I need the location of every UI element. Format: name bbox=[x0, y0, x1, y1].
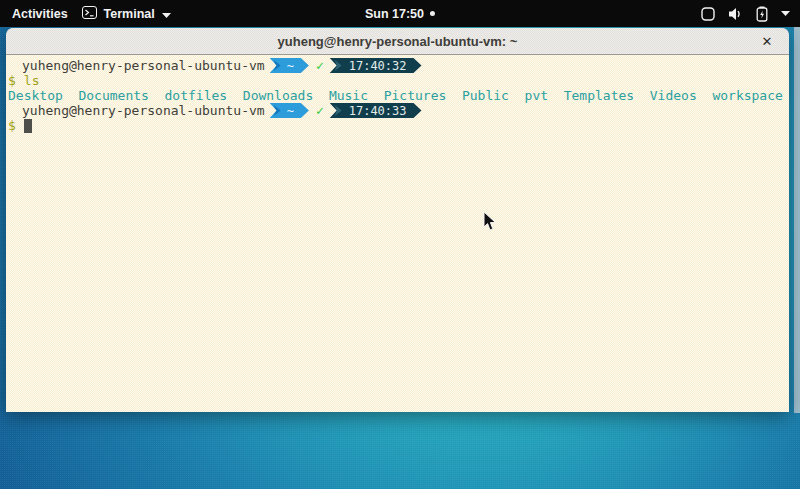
command-text: ls bbox=[24, 73, 40, 88]
screen-indicator-icon bbox=[701, 7, 715, 21]
clock-label: Sun 17:50 bbox=[365, 7, 424, 21]
prompt-time-segment: 17:40:32 bbox=[330, 58, 422, 73]
time-label: 17:40:33 bbox=[349, 104, 407, 118]
system-status-menu[interactable] bbox=[701, 0, 790, 27]
volume-icon bbox=[728, 7, 743, 21]
app-menu-terminal[interactable]: Terminal bbox=[82, 6, 171, 22]
prompt-line-1: yuheng@henry-personal-ubuntu-vm ~ ✓ 17:4… bbox=[8, 58, 789, 73]
terminal-icon bbox=[82, 6, 97, 22]
window-titlebar[interactable]: yuheng@henry-personal-ubuntu-vm: ~ ✕ bbox=[6, 28, 789, 55]
prompt-symbol: $ bbox=[8, 118, 16, 133]
prompt-user-host: yuheng@henry-personal-ubuntu-vm bbox=[22, 103, 265, 118]
prompt-symbol: $ bbox=[8, 73, 16, 88]
prompt-user-host: yuheng@henry-personal-ubuntu-vm bbox=[22, 58, 265, 73]
text-cursor bbox=[24, 119, 32, 133]
prompt-path-segment: ~ bbox=[270, 103, 309, 118]
success-check-icon: ✓ bbox=[316, 103, 324, 118]
top-bar: Activities Terminal Sun 17:50 bbox=[0, 0, 800, 27]
close-icon[interactable]: ✕ bbox=[756, 28, 778, 55]
time-label: 17:40:32 bbox=[349, 59, 407, 73]
window-title: yuheng@henry-personal-ubuntu-vm: ~ bbox=[278, 34, 518, 49]
clock-button[interactable]: Sun 17:50 bbox=[365, 0, 435, 27]
terminal-window: yuheng@henry-personal-ubuntu-vm: ~ ✕ yuh… bbox=[6, 28, 789, 412]
mouse-pointer-icon bbox=[483, 211, 497, 236]
desktop-edge-highlight bbox=[794, 27, 800, 413]
app-menu-label: Terminal bbox=[104, 7, 155, 21]
path-label: ~ bbox=[287, 104, 294, 118]
terminal-body[interactable]: yuheng@henry-personal-ubuntu-vm ~ ✓ 17:4… bbox=[6, 55, 789, 412]
success-check-icon: ✓ bbox=[316, 58, 324, 73]
prompt-path-segment: ~ bbox=[270, 58, 309, 73]
prompt-line-2: yuheng@henry-personal-ubuntu-vm ~ ✓ 17:4… bbox=[8, 103, 789, 118]
ls-output-line: Desktop Documents dotfiles Downloads Mus… bbox=[8, 88, 789, 103]
chevron-down-icon bbox=[162, 7, 171, 21]
prompt-time-segment: 17:40:33 bbox=[330, 103, 422, 118]
path-label: ~ bbox=[287, 59, 294, 73]
notification-dot-icon bbox=[430, 11, 435, 16]
battery-charging-icon bbox=[756, 6, 768, 22]
current-prompt-line: $ bbox=[8, 118, 789, 133]
activities-button[interactable]: Activities bbox=[12, 7, 68, 21]
command-line: $ ls bbox=[8, 73, 789, 88]
chevron-down-icon bbox=[781, 11, 790, 16]
